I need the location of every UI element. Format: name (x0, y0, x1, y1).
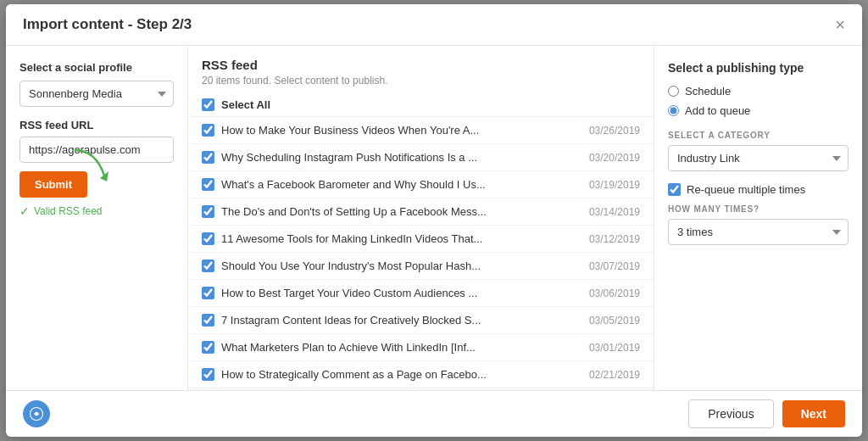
feed-item-title: Should You Use Your Industry's Most Popu… (221, 260, 582, 272)
bottom-icon (23, 400, 50, 427)
feed-item: How to Strategically Comment as a Page o… (188, 361, 654, 388)
modal-body: Select a social profile Sonnenberg Media… (6, 46, 862, 390)
close-button[interactable]: × (835, 16, 845, 33)
publishing-type-title: Select a publishing type (668, 61, 849, 75)
modal-header: Import content - Step 2/3 × (6, 4, 862, 46)
feed-item: The Do's and Don'ts of Setting Up a Face… (188, 198, 654, 226)
feed-item-date: 03/26/2019 (589, 125, 640, 137)
left-panel: Select a social profile Sonnenberg Media… (6, 46, 188, 390)
feed-item-checkbox[interactable] (202, 232, 214, 245)
social-icon (29, 406, 44, 421)
feed-item-title: How to Best Target Your Video Custom Aud… (221, 287, 582, 299)
previous-button[interactable]: Previous (688, 399, 773, 428)
rss-feed-subtitle: 20 items found. Select content to publis… (202, 75, 640, 87)
feed-item: How to Make Your Business Videos When Yo… (188, 117, 654, 144)
select-all-checkbox[interactable] (202, 98, 214, 111)
feed-item-checkbox[interactable] (202, 124, 214, 137)
feed-item-title: The Do's and Don'ts of Setting Up a Face… (221, 205, 582, 218)
next-button[interactable]: Next (782, 400, 845, 427)
feed-item-checkbox[interactable] (202, 151, 214, 164)
feed-item: Why Scheduling Instagram Push Notificati… (188, 144, 654, 171)
category-dropdown[interactable]: Industry Link (668, 145, 849, 171)
feed-item-date: 03/12/2019 (589, 233, 640, 245)
category-section-label: Select a category (668, 131, 849, 140)
add-to-queue-radio[interactable] (668, 105, 679, 116)
feed-item-title: 7 Instagram Content Ideas for Creatively… (221, 314, 582, 327)
feed-item-date: 03/14/2019 (589, 206, 640, 218)
feed-item-title: Why Scheduling Instagram Push Notificati… (221, 151, 582, 164)
feed-item-checkbox[interactable] (202, 178, 214, 191)
feed-item-date: 03/19/2019 (589, 179, 640, 191)
feed-item-date: 02/21/2019 (589, 369, 640, 381)
feed-item: Should You Use Your Industry's Most Popu… (188, 253, 654, 280)
requeue-checkbox[interactable] (668, 183, 681, 196)
feed-item-date: 03/05/2019 (589, 315, 640, 327)
feed-item: What Marketers Plan to Achieve With Link… (188, 334, 654, 361)
schedule-label: Schedule (685, 85, 731, 98)
valid-feed-status: ✓ Valid RSS feed (19, 204, 174, 218)
arrow-icon (66, 146, 117, 184)
radio-group: Schedule Add to queue (668, 85, 849, 117)
feed-item-date: 03/06/2019 (589, 287, 640, 299)
feed-item-checkbox[interactable] (202, 368, 214, 381)
add-to-queue-label: Add to queue (685, 104, 750, 117)
feed-item-checkbox[interactable] (202, 260, 214, 272)
feed-item-title: 11 Awesome Tools for Making LinkedIn Vid… (221, 232, 582, 245)
rss-feed-header: RSS feed 20 items found. Select content … (188, 46, 654, 93)
feed-item-title: How to Strategically Comment as a Page o… (221, 368, 582, 381)
feed-item: 7 Instagram Content Ideas for Creatively… (188, 307, 654, 334)
feed-item: 11 Awesome Tools for Making LinkedIn Vid… (188, 226, 654, 253)
feed-item-checkbox[interactable] (202, 314, 214, 327)
schedule-radio-row: Schedule (668, 85, 849, 98)
modal-footer: Previous Next (6, 390, 862, 437)
add-to-queue-radio-row: Add to queue (668, 104, 849, 117)
feed-list: How to Make Your Business Videos When Yo… (188, 117, 654, 390)
select-all-label: Select All (221, 98, 270, 111)
feed-item-date: 03/01/2019 (589, 342, 640, 354)
rss-feed-title: RSS feed (202, 58, 640, 72)
requeue-label: Re-queue multiple times (687, 183, 805, 196)
modal-title: Import content - Step 2/3 (23, 16, 192, 33)
feed-item-title: What Marketers Plan to Achieve With Link… (221, 341, 582, 354)
requeue-row: Re-queue multiple times (668, 183, 849, 196)
feed-item-date: 03/07/2019 (589, 260, 640, 272)
right-panel: Select a publishing type Schedule Add to… (654, 46, 862, 390)
checkmark-icon: ✓ (19, 204, 30, 218)
profile-label: Select a social profile (19, 61, 174, 74)
feed-item-title: How to Make Your Business Videos When Yo… (221, 124, 582, 137)
profile-dropdown[interactable]: Sonnenberg Media (19, 81, 174, 107)
feed-item: How to Best Target Your Video Custom Aud… (188, 280, 654, 307)
schedule-radio[interactable] (668, 86, 679, 97)
middle-panel: RSS feed 20 items found. Select content … (188, 46, 654, 390)
rss-url-label: RSS feed URL (19, 119, 174, 131)
how-many-label: How many times? (668, 204, 849, 214)
feed-item: What's a Facebook Barometer and Why Shou… (188, 171, 654, 198)
modal-overlay: Import content - Step 2/3 × Select a soc… (0, 0, 868, 441)
feed-item-checkbox[interactable] (202, 287, 214, 299)
select-all-row: Select All (188, 93, 654, 117)
modal: Import content - Step 2/3 × Select a soc… (6, 4, 862, 437)
feed-item-checkbox[interactable] (202, 341, 214, 354)
times-dropdown[interactable]: 3 times (668, 219, 849, 245)
feed-item-date: 03/20/2019 (589, 152, 640, 164)
feed-item-title: What's a Facebook Barometer and Why Shou… (221, 178, 582, 191)
feed-item-checkbox[interactable] (202, 205, 214, 218)
